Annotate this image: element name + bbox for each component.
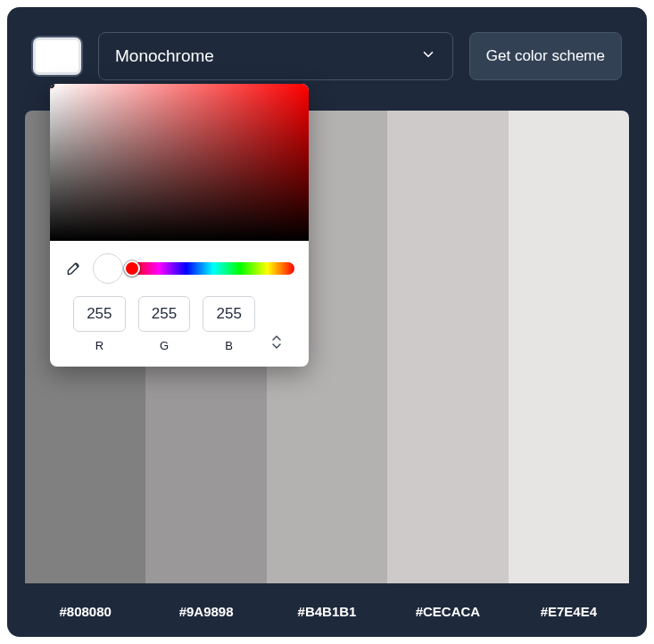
g-label: G (160, 339, 169, 352)
chevron-down-icon (420, 46, 436, 67)
get-scheme-button-label: Get color scheme (486, 47, 605, 64)
r-input[interactable] (73, 296, 126, 332)
palette-labels: #808080 #9A9898 #B4B1B1 #CECACA #E7E4E4 (25, 604, 629, 619)
eyedropper-icon[interactable] (64, 259, 84, 278)
palette-label-3: #CECACA (387, 604, 508, 619)
b-input[interactable] (203, 296, 255, 332)
palette-label-2: #B4B1B1 (267, 604, 387, 619)
topbar: Monochrome Get color scheme (32, 32, 622, 80)
scheme-select[interactable]: Monochrome (98, 32, 453, 80)
color-mode-toggle-icon[interactable] (268, 296, 286, 349)
hue-slider[interactable] (132, 262, 294, 275)
r-label: R (95, 339, 103, 352)
color-picker-popover: R G B (50, 84, 309, 367)
palette-label-4: #E7E4E4 (509, 604, 629, 619)
rgb-inputs: R G B (50, 289, 309, 352)
b-label: B (225, 339, 233, 352)
current-color-swatch (93, 253, 123, 284)
sv-cursor[interactable] (50, 84, 54, 88)
scheme-select-label: Monochrome (115, 46, 214, 66)
picker-controls-row (50, 241, 309, 289)
palette-strip-3[interactable] (387, 111, 508, 583)
saturation-value-area[interactable] (50, 84, 309, 241)
base-color-swatch[interactable] (32, 37, 82, 76)
palette-label-1: #9A9898 (145, 604, 266, 619)
palette-strip-4[interactable] (509, 111, 629, 583)
color-scheme-panel: Monochrome Get color scheme #808080 #9A9… (7, 7, 647, 637)
palette-label-0: #808080 (25, 604, 145, 619)
hue-thumb[interactable] (124, 260, 140, 277)
g-input[interactable] (138, 296, 191, 332)
get-scheme-button[interactable]: Get color scheme (469, 32, 622, 80)
